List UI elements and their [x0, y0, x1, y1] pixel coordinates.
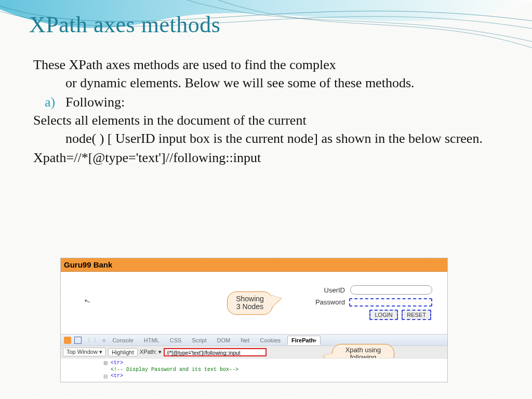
- code-line: <tr>: [111, 360, 447, 367]
- nav-fwd-icon[interactable]: 〉: [94, 336, 99, 344]
- code-comment: <!-- Display Password and its text box--…: [111, 367, 447, 374]
- chevron-down-icon: ▾: [158, 349, 162, 355]
- tab-dom[interactable]: DOM: [213, 336, 234, 344]
- tab-script[interactable]: Script: [188, 336, 210, 344]
- slide-content: These XPath axes methods are used to fin…: [33, 56, 499, 167]
- userid-input[interactable]: [350, 285, 432, 295]
- reset-button[interactable]: RESET: [402, 310, 431, 320]
- tab-cookies[interactable]: Cookies: [256, 336, 284, 344]
- menu-icon[interactable]: ≡: [102, 337, 105, 343]
- label-password: Password: [314, 297, 347, 308]
- slide-title: XPath axes methods: [29, 11, 532, 38]
- inspect-icon[interactable]: [74, 337, 82, 344]
- list-marker: a): [33, 93, 65, 111]
- devtools-tabbar: 〈 〉 ≡ Console HTML CSS Script DOM Net Co…: [61, 334, 447, 345]
- password-input[interactable]: [349, 298, 432, 307]
- tab-css[interactable]: CSS: [166, 336, 185, 344]
- collapse-icon[interactable]: ⊟: [103, 374, 108, 380]
- chevron-down-icon: ▾: [314, 338, 316, 343]
- xpath-label: XPath: ▾: [140, 349, 162, 355]
- firebug-icon[interactable]: [64, 337, 71, 344]
- label-userid: UserID: [314, 284, 347, 296]
- following-paragraph: Selects all elements in the document of …: [33, 111, 499, 148]
- code-line: <tr>: [111, 373, 447, 380]
- tab-html[interactable]: HTML: [140, 336, 163, 344]
- devtools-xpath-row: Top Window ▾ Highlight XPath: ▾ //*[@typ…: [61, 345, 447, 358]
- login-form: UserID Password LOGIN RESET: [313, 283, 435, 322]
- callout-showing-nodes: Showing 3 Nodes: [227, 291, 273, 315]
- expand-icon[interactable]: ⊞: [103, 360, 108, 367]
- xpath-input[interactable]: //*[@type='text']//following::input: [164, 348, 267, 356]
- highlight-button[interactable]: Highlight: [108, 348, 138, 356]
- intro-paragraph: These XPath axes methods are used to fin…: [33, 56, 499, 92]
- bank-body: ↖ Showing 3 Nodes UserID Password LO: [61, 272, 447, 334]
- nav-back-icon[interactable]: 〈: [85, 336, 90, 344]
- chevron-down-icon: ▾: [99, 349, 102, 355]
- list-label: Following:: [65, 93, 125, 111]
- list-item-a: a) Following:: [33, 93, 499, 111]
- tab-net[interactable]: Net: [237, 336, 253, 344]
- bank-brand: Guru99 Bank: [64, 260, 112, 269]
- html-source-panel: ⊞ <tr> <!-- Display Password and its tex…: [61, 358, 447, 382]
- login-button[interactable]: LOGIN: [369, 310, 397, 320]
- tab-console[interactable]: Console: [109, 336, 137, 344]
- cursor-icon: ↖: [83, 296, 92, 305]
- embedded-screenshot: Guru99 Bank ↖ Showing 3 Nodes UserID Pas…: [60, 258, 448, 382]
- tab-firepath[interactable]: FirePath ▾: [287, 336, 321, 345]
- top-window-select[interactable]: Top Window ▾: [63, 348, 106, 356]
- xpath-expression: Xpath=//*[@type='text']//following::inpu…: [33, 149, 499, 167]
- bank-header: Guru99 Bank: [61, 258, 447, 272]
